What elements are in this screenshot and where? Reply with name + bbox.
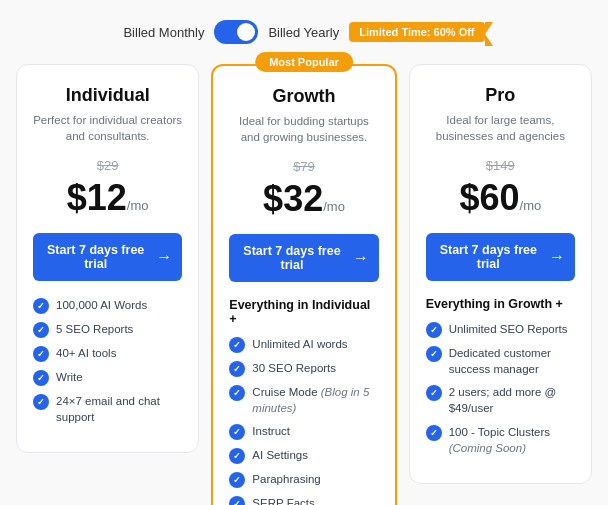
- trial-button-individual[interactable]: Start 7 days free trial →: [33, 233, 182, 281]
- feature-text: AI Settings: [252, 447, 308, 463]
- plan-price-individual: $12/mo: [33, 177, 182, 219]
- check-icon: [229, 385, 245, 401]
- most-popular-badge: Most Popular: [255, 52, 353, 72]
- feature-item: Dedicated customer success manager: [426, 345, 575, 377]
- monthly-label: Billed Monthly: [123, 25, 204, 40]
- feature-item: SERP Facts: [229, 495, 378, 505]
- check-icon: [33, 298, 49, 314]
- check-icon: [229, 448, 245, 464]
- feature-item: 5 SEO Reports: [33, 321, 182, 338]
- plan-name-pro: Pro: [426, 85, 575, 106]
- features-heading-growth: Everything in Individual +: [229, 298, 378, 326]
- check-icon: [229, 337, 245, 353]
- plan-card-pro: ProIdeal for large teams, businesses and…: [409, 64, 592, 484]
- feature-text: Paraphrasing: [252, 471, 320, 487]
- feature-item: Unlimited SEO Reports: [426, 321, 575, 338]
- feature-text: 100 - Topic Clusters (Coming Soon): [449, 424, 575, 456]
- feature-item: Write: [33, 369, 182, 386]
- feature-text: Unlimited SEO Reports: [449, 321, 568, 337]
- plan-desc-pro: Ideal for large teams, businesses and ag…: [426, 112, 575, 144]
- check-icon: [426, 346, 442, 362]
- plan-card-growth: Most PopularGrowthIdeal for budding star…: [211, 64, 396, 505]
- feature-text: Unlimited AI words: [252, 336, 347, 352]
- check-icon: [426, 385, 442, 401]
- feature-item: 100 - Topic Clusters (Coming Soon): [426, 424, 575, 456]
- billing-toggle-switch[interactable]: [214, 20, 258, 44]
- plan-name-growth: Growth: [229, 86, 378, 107]
- feature-text: SERP Facts: [252, 495, 314, 505]
- feature-item: 40+ AI tools: [33, 345, 182, 362]
- check-icon: [426, 322, 442, 338]
- plan-original-price-pro: $149: [426, 158, 575, 173]
- check-icon: [33, 322, 49, 338]
- feature-text: 40+ AI tools: [56, 345, 116, 361]
- plan-original-price-growth: $79: [229, 159, 378, 174]
- plan-desc-individual: Perfect for individual creators and cons…: [33, 112, 182, 144]
- check-icon: [33, 370, 49, 386]
- trial-button-growth[interactable]: Start 7 days free trial →: [229, 234, 378, 282]
- check-icon: [426, 425, 442, 441]
- feature-text: 5 SEO Reports: [56, 321, 133, 337]
- feature-text: 2 users; add more @ $49/user: [449, 384, 575, 416]
- feature-text: Dedicated customer success manager: [449, 345, 575, 377]
- check-icon: [33, 346, 49, 362]
- trial-button-pro[interactable]: Start 7 days free trial →: [426, 233, 575, 281]
- plan-price-pro: $60/mo: [426, 177, 575, 219]
- check-icon: [229, 496, 245, 505]
- feature-text: 100,000 AI Words: [56, 297, 147, 313]
- feature-text: Cruise Mode (Blog in 5 minutes): [252, 384, 378, 416]
- check-icon: [33, 394, 49, 410]
- feature-text: 30 SEO Reports: [252, 360, 336, 376]
- feature-item: Cruise Mode (Blog in 5 minutes): [229, 384, 378, 416]
- feature-item: 24×7 email and chat support: [33, 393, 182, 425]
- feature-text: Write: [56, 369, 83, 385]
- plan-card-individual: IndividualPerfect for individual creator…: [16, 64, 199, 453]
- feature-item: Unlimited AI words: [229, 336, 378, 353]
- plan-price-growth: $32/mo: [229, 178, 378, 220]
- features-heading-pro: Everything in Growth +: [426, 297, 575, 311]
- check-icon: [229, 424, 245, 440]
- limited-time-badge: Limited Time: 60% Off: [349, 22, 484, 42]
- yearly-label: Billed Yearly: [268, 25, 339, 40]
- plan-name-individual: Individual: [33, 85, 182, 106]
- check-icon: [229, 472, 245, 488]
- feature-text: Instruct: [252, 423, 290, 439]
- feature-item: 2 users; add more @ $49/user: [426, 384, 575, 416]
- feature-item: 30 SEO Reports: [229, 360, 378, 377]
- plan-original-price-individual: $29: [33, 158, 182, 173]
- feature-item: Instruct: [229, 423, 378, 440]
- plans-container: IndividualPerfect for individual creator…: [16, 64, 592, 505]
- feature-item: Paraphrasing: [229, 471, 378, 488]
- plan-desc-growth: Ideal for budding startups and growing b…: [229, 113, 378, 145]
- feature-item: AI Settings: [229, 447, 378, 464]
- feature-text: 24×7 email and chat support: [56, 393, 182, 425]
- check-icon: [229, 361, 245, 377]
- billing-toggle-row: Billed Monthly Billed Yearly Limited Tim…: [123, 20, 484, 44]
- feature-item: 100,000 AI Words: [33, 297, 182, 314]
